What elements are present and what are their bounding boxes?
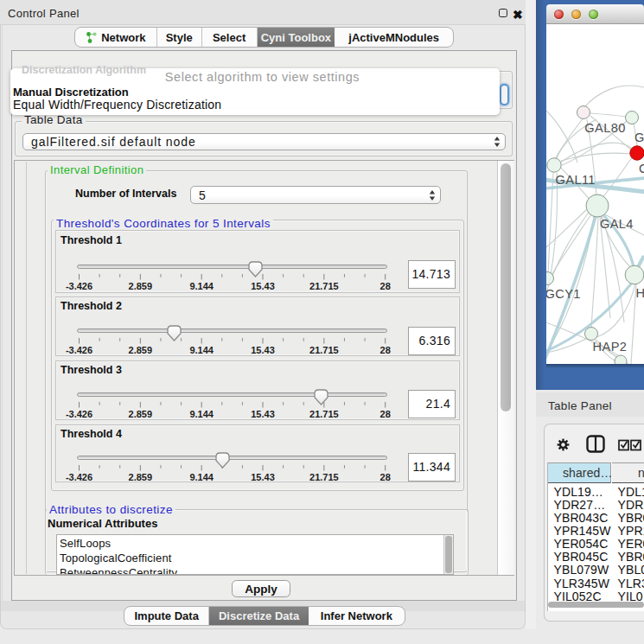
svg-text:GCY1: GCY1 — [546, 287, 581, 301]
svg-text:HAP: HAP — [636, 286, 644, 300]
svg-text:GAL: GAL — [634, 131, 644, 144]
svg-text:GAL11: GAL11 — [556, 173, 596, 187]
svg-text:GAL4: GAL4 — [600, 217, 634, 231]
svg-text:GAL80: GAL80 — [584, 121, 625, 135]
svg-text:HAP2: HAP2 — [593, 340, 628, 354]
svg-text:CRP: CRP — [639, 162, 644, 175]
